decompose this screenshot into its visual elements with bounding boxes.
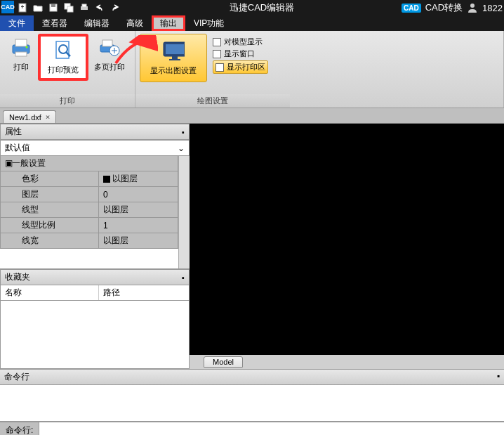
printer-icon <box>10 37 32 59</box>
close-icon[interactable]: × <box>46 112 51 122</box>
show-window-label: 显示窗口 <box>224 48 255 59</box>
svg-rect-11 <box>15 39 27 46</box>
prop-value[interactable]: 1 <box>99 218 178 233</box>
redo-icon[interactable] <box>108 1 122 15</box>
print-label: 打印 <box>13 62 29 72</box>
chevron-down-icon: ⌄ <box>178 143 185 153</box>
properties-title: 属性 <box>5 126 22 138</box>
file-tab-name: New1.dxf <box>9 113 41 122</box>
canvas-tabs: Model <box>190 355 504 369</box>
prop-value[interactable]: 以图层 <box>99 171 178 186</box>
show-plot-settings-label: 显示出图设置 <box>150 65 197 76</box>
quick-access-toolbar: CAD <box>0 1 122 15</box>
open-folder-icon[interactable] <box>31 1 45 15</box>
model-display-check[interactable]: 对模型显示 <box>213 37 268 47</box>
prop-key: 线型 <box>1 202 99 217</box>
command-prompt: 命令行: <box>0 422 39 435</box>
scrollbar[interactable] <box>178 156 190 268</box>
app-icon-text: CAD <box>1 4 15 11</box>
col-name[interactable]: 名称 <box>1 285 99 300</box>
prop-key: 线型比例 <box>1 218 99 233</box>
checkbox-icon <box>213 50 221 58</box>
user-icon[interactable] <box>467 2 478 13</box>
prop-row-color[interactable]: 色彩以图层 <box>0 171 178 187</box>
favorites-panel: 收藏夹 ▪ 名称 路径 <box>0 268 190 369</box>
cad-convert-link[interactable]: CAD转换 <box>425 1 463 14</box>
favorites-columns: 名称 路径 <box>0 285 190 301</box>
show-print-area-check[interactable]: 显示打印区 <box>213 60 268 74</box>
menu-viewer[interactable]: 查看器 <box>34 15 76 31</box>
model-display-label: 对模型显示 <box>224 37 263 47</box>
app-icon[interactable]: CAD <box>1 1 14 13</box>
pin-icon[interactable]: ▪ <box>182 273 185 282</box>
cad-badge-icon[interactable]: CAD <box>402 4 421 13</box>
ribbon-group-plot-label: 绘图设置 <box>135 94 290 108</box>
menu-output[interactable]: 输出 <box>152 15 185 31</box>
file-tab[interactable]: New1.dxf × <box>3 110 56 123</box>
svg-rect-22 <box>172 56 178 59</box>
checkbox-icon <box>213 38 221 46</box>
main-area: 属性 ▪ 默认值 ⌄ ▣一般设置 色彩以图层 图层0 线型以图层 线型比例1 线… <box>0 124 504 369</box>
default-value-label: 默认值 <box>5 142 30 154</box>
svg-rect-4 <box>51 4 55 7</box>
show-print-area-label: 显示打印区 <box>227 62 265 72</box>
drawing-canvas[interactable]: Model <box>190 124 504 369</box>
pin-icon[interactable]: ▪ <box>497 371 500 383</box>
favorites-title: 收藏夹 <box>5 271 30 283</box>
prop-value[interactable]: 以图层 <box>99 202 178 217</box>
new-file-icon[interactable] <box>15 1 29 15</box>
prop-row-layer[interactable]: 图层0 <box>0 187 178 202</box>
svg-rect-2 <box>22 5 22 8</box>
command-line-header: 命令行 ▪ <box>0 369 504 385</box>
menu-editor[interactable]: 编辑器 <box>76 15 118 31</box>
prop-value[interactable]: 以图层 <box>99 233 178 248</box>
property-grid: ▣一般设置 色彩以图层 图层0 线型以图层 线型比例1 线宽以图层 <box>0 156 178 268</box>
command-input[interactable] <box>39 424 504 436</box>
display-options: 对模型显示 显示窗口 显示打印区 <box>207 34 274 77</box>
menu-bar: 文件 查看器 编辑器 高级 输出 VIP功能 <box>0 15 504 31</box>
ribbon: 打印 打印预览 多页打印 打印 显示出图设置 对模型显示 显示窗口 显示打印区 <box>0 31 504 108</box>
print-button[interactable]: 打印 <box>4 34 38 75</box>
menu-vip[interactable]: VIP功能 <box>185 15 232 31</box>
undo-icon[interactable] <box>93 1 107 15</box>
favorites-header: 收藏夹 ▪ <box>0 269 190 285</box>
prop-row-lineweight[interactable]: 线宽以图层 <box>0 233 178 249</box>
app-title: 迅捷CAD编辑器 <box>122 1 402 14</box>
document-tabs: New1.dxf × <box>0 108 504 124</box>
menu-advanced[interactable]: 高级 <box>118 15 152 31</box>
pin-icon[interactable]: ▪ <box>182 128 185 136</box>
show-window-check[interactable]: 显示窗口 <box>213 48 268 59</box>
collapse-icon: ▣ <box>5 158 12 168</box>
prop-key: 图层 <box>1 187 99 202</box>
command-input-row: 命令行: <box>0 422 504 435</box>
save-as-icon[interactable] <box>62 1 76 15</box>
prop-row-linetype[interactable]: 线型以图层 <box>0 202 178 218</box>
svg-rect-23 <box>169 59 180 60</box>
color-swatch <box>103 176 110 183</box>
print-preview-label: 打印预览 <box>48 65 79 75</box>
command-history[interactable] <box>0 385 504 422</box>
favorites-list <box>0 301 190 369</box>
svg-rect-18 <box>102 40 112 46</box>
user-id[interactable]: 1822 <box>482 3 503 13</box>
monitor-icon <box>162 40 185 63</box>
col-path[interactable]: 路径 <box>99 285 124 300</box>
general-settings-label: 一般设置 <box>12 158 46 168</box>
general-settings-section[interactable]: ▣一般设置 <box>0 156 178 171</box>
model-tab[interactable]: Model <box>204 356 243 368</box>
prop-value-text: 以图层 <box>112 173 138 185</box>
title-bar-right: CAD CAD转换 1822 <box>402 1 504 14</box>
default-value-dropdown[interactable]: 默认值 ⌄ <box>0 140 190 156</box>
print-preview-button[interactable]: 打印预览 <box>38 34 88 81</box>
multi-print-button[interactable]: 多页打印 <box>88 34 131 75</box>
print-icon[interactable] <box>77 1 91 15</box>
svg-rect-6 <box>67 6 73 12</box>
prop-value[interactable]: 0 <box>99 187 178 202</box>
prop-row-ltscale[interactable]: 线型比例1 <box>0 218 178 233</box>
show-plot-settings-button[interactable]: 显示出图设置 <box>140 34 207 82</box>
menu-file[interactable]: 文件 <box>0 15 34 31</box>
checkbox-icon <box>215 63 224 72</box>
command-line-title: 命令行 <box>4 371 29 383</box>
print-preview-icon <box>52 39 74 62</box>
save-icon[interactable] <box>46 1 60 15</box>
